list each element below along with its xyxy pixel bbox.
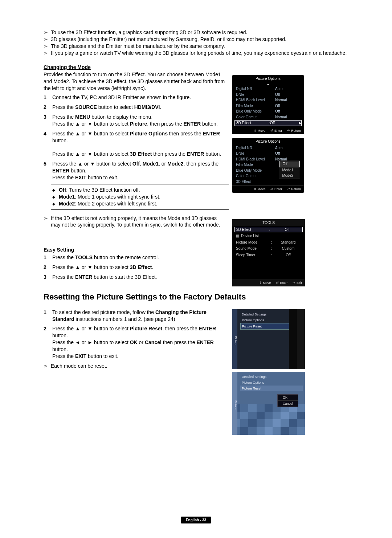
heading-resetting: Resetting the Picture Settings to the Fa… bbox=[44, 292, 377, 302]
osd-row[interactable]: 3D Effect: bbox=[232, 179, 304, 185]
step: 3Press the MENU button to display the me… bbox=[44, 114, 225, 127]
osd3-sound-mode[interactable]: Sound Mode:Custom bbox=[232, 245, 305, 252]
step-number: 4 bbox=[44, 130, 52, 158]
osd-row[interactable]: Digital NR: Auto bbox=[232, 86, 304, 92]
step: 1Press the TOOLS button on the remote co… bbox=[44, 254, 225, 261]
step-number: 1 bbox=[44, 254, 52, 261]
osd5-popup[interactable]: OK Cancel bbox=[277, 394, 298, 407]
step-body: Press the ▲ or ▼ button to select Pictur… bbox=[52, 325, 229, 359]
step-body: Press the ▲ or ▼ button to select Pictur… bbox=[52, 130, 225, 158]
osd1-highlight-label: 3D Effect bbox=[236, 121, 269, 126]
divider bbox=[51, 209, 229, 210]
osd-row[interactable]: Color Gamut: Normal bbox=[232, 114, 304, 120]
step-number: 2 bbox=[44, 264, 52, 271]
osd2-popup[interactable]: OffMode1Mode2 bbox=[279, 160, 300, 179]
changing-mode-steps: 1Connect the TV, PC and 3D IR Emitter as… bbox=[44, 94, 225, 181]
sync-note: If the 3D effect is not working properly… bbox=[44, 215, 225, 229]
step: 4Press the ▲ or ▼ button to select Pictu… bbox=[44, 130, 225, 158]
osd-row[interactable]: HDMI Black Level: Normal bbox=[232, 97, 304, 103]
step-number: 3 bbox=[44, 274, 52, 281]
step-body: Press the ▲ or ▼ button to select 3D Eff… bbox=[52, 264, 225, 271]
page-footer: English - 33 bbox=[181, 517, 211, 524]
anynet-icon: ▦ bbox=[236, 233, 241, 239]
osd-row[interactable]: Film Mode: Off bbox=[232, 103, 304, 109]
osd-row[interactable]: DNIe: Off bbox=[232, 151, 304, 156]
osd5-sidebar: Picture bbox=[232, 372, 237, 435]
step: 1To select the desired picture mode, fol… bbox=[44, 309, 229, 323]
osd-tools: TOOLS 3D Effect : Off ▦ Device List Pict… bbox=[232, 219, 305, 286]
step-body: Connect the TV, PC and 3D IR Emitter as … bbox=[52, 94, 225, 101]
osd1-title: Picture Options bbox=[232, 75, 304, 82]
note-item: If you play a game or watch TV while wea… bbox=[44, 50, 392, 57]
note-item: 3D glasses (including the Emitter) not m… bbox=[44, 36, 392, 43]
osd-row[interactable]: Blue Only Mode: Off bbox=[232, 109, 304, 114]
option-item: Mode2: Mode 2 operates with left sync fi… bbox=[52, 200, 226, 207]
step-number: 5 bbox=[44, 160, 52, 181]
reset-note: Each mode can be reset. bbox=[44, 363, 225, 370]
popup-item[interactable]: Off bbox=[279, 161, 300, 167]
osd-picture-reset-menu: Picture Detailed Settings Picture Option… bbox=[232, 309, 305, 369]
step-number: 1 bbox=[44, 309, 52, 323]
osd3-title: TOOLS bbox=[232, 219, 305, 227]
osd3-device-list[interactable]: ▦ Device List bbox=[232, 233, 305, 239]
osd5-checker bbox=[232, 404, 305, 435]
step-body: To select the desired picture mode, foll… bbox=[52, 309, 229, 323]
osd5-row[interactable]: Picture Options bbox=[240, 380, 303, 386]
popup-item[interactable]: Mode1 bbox=[279, 167, 300, 173]
step: 3Press the ENTER button to start the 3D … bbox=[44, 274, 225, 281]
step-number: 2 bbox=[44, 104, 52, 111]
step-body: Press the SOURCE button to select HDMI3/… bbox=[52, 104, 225, 111]
osd2-title: Picture Options bbox=[232, 138, 304, 145]
section-title-changing-mode: Changing the Mode bbox=[44, 64, 377, 71]
note-item: To use the 3D Effect function, a graphic… bbox=[44, 29, 392, 36]
osd3-sleep-timer[interactable]: Sleep Timer:Off bbox=[232, 252, 305, 258]
popup-item[interactable]: Mode2 bbox=[279, 173, 300, 179]
osd1-footer: ⇕ Move ⏎ Enter ↶ Return bbox=[232, 127, 304, 134]
step-number: 1 bbox=[44, 94, 52, 101]
option-item: Off: Turns the 3D Effect function off. bbox=[52, 187, 226, 193]
step-number: 3 bbox=[44, 114, 52, 127]
step-body: Press the TOOLS button on the remote con… bbox=[52, 254, 225, 261]
osd1-highlight-row[interactable]: 3D Effect : Off ▶ bbox=[234, 120, 302, 126]
osd-row[interactable]: Digital NR: Auto bbox=[232, 145, 304, 151]
osd1-highlight-value: Off bbox=[270, 121, 275, 126]
osd-picture-options-1: Picture Options ▲ Digital NR: AutoDNIe: … bbox=[232, 75, 304, 134]
arrow-right-icon: ▶ bbox=[299, 121, 302, 126]
step: 2Press the ▲ or ▼ button to select Pictu… bbox=[44, 325, 229, 359]
easy-setting-steps: 1Press the TOOLS button on the remote co… bbox=[44, 254, 225, 281]
osd3-highlight[interactable]: 3D Effect : Off bbox=[234, 227, 303, 233]
divider bbox=[51, 184, 229, 184]
osd2-footer: ⇕ Move ⏎ Enter ↶ Return bbox=[232, 185, 304, 193]
scroll-up-icon: ▲ bbox=[232, 82, 304, 86]
cancel-button[interactable]: Cancel bbox=[278, 401, 298, 407]
step-body: Press the MENU button to display the men… bbox=[52, 114, 225, 127]
osd5-row[interactable]: Detailed Settings bbox=[240, 374, 303, 380]
osd4-sidebar: Picture bbox=[232, 309, 237, 369]
ok-button[interactable]: OK bbox=[278, 395, 298, 401]
option-item: Mode1: Mode 1 operates with right sync f… bbox=[52, 193, 226, 200]
osd-picture-options-2: Picture Options Digital NR: AutoDNIe: Of… bbox=[232, 138, 304, 193]
mode-options-list: Off: Turns the 3D Effect function off.Mo… bbox=[52, 187, 226, 207]
step-body: Presss the ▲ or ▼ button to select Off, … bbox=[52, 160, 225, 181]
osd4-checker bbox=[289, 309, 305, 369]
step: 5Presss the ▲ or ▼ button to select Off,… bbox=[44, 160, 225, 181]
osd3-picture-mode[interactable]: Picture Mode:Standard bbox=[232, 239, 305, 246]
changing-mode-desc: Provides the function to turn on the 3D … bbox=[44, 71, 225, 92]
osd-row[interactable]: DNIe: Off bbox=[232, 92, 304, 98]
step-body: Press the ENTER button to start the 3D E… bbox=[52, 274, 225, 281]
step-number: 2 bbox=[44, 325, 52, 359]
step: 1Connect the TV, PC and 3D IR Emitter as… bbox=[44, 94, 225, 101]
resetting-steps: 1To select the desired picture mode, fol… bbox=[44, 309, 229, 360]
intro-notes: To use the 3D Effect function, a graphic… bbox=[44, 29, 392, 57]
osd5-row-selected[interactable]: Picture Reset bbox=[240, 386, 303, 391]
step: 2Press the ▲ or ▼ button to select 3D Ef… bbox=[44, 264, 225, 271]
note-item: The 3D glasses and the Emitter must be m… bbox=[44, 43, 392, 50]
osd3-footer: ⇕ Move ⏎ Enter ⇥ Exit bbox=[232, 279, 305, 286]
osd-picture-reset-confirm: Picture Detailed Settings Picture Option… bbox=[232, 372, 305, 435]
step: 2Press the SOURCE button to select HDMI3… bbox=[44, 104, 225, 111]
section-title-easy-setting: Easy Setting bbox=[44, 246, 377, 253]
